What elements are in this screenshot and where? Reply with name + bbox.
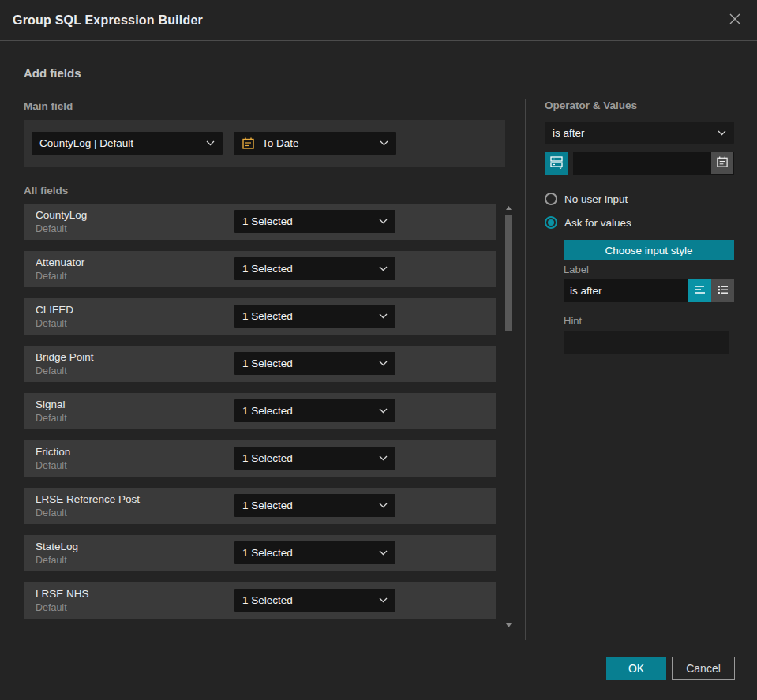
label-input-wrap bbox=[564, 279, 688, 302]
chevron-down-icon bbox=[379, 408, 388, 414]
list-scrollbar[interactable] bbox=[503, 204, 515, 630]
field-selected-dropdown[interactable]: 1 Selected bbox=[234, 447, 395, 470]
value-input-wrap bbox=[573, 152, 734, 175]
align-left-icon bbox=[694, 284, 706, 298]
field-row: Bridge Point Default 1 Selected bbox=[24, 346, 496, 382]
field-name: Attenuator bbox=[36, 256, 84, 268]
choose-input-style-button[interactable]: Choose input style bbox=[564, 240, 734, 260]
list-icon bbox=[717, 284, 729, 298]
all-fields-label: All fields bbox=[24, 185, 68, 197]
field-name: Signal bbox=[36, 399, 66, 410]
field-selected-dropdown[interactable]: 1 Selected bbox=[234, 494, 395, 517]
list-style-button[interactable] bbox=[711, 279, 734, 302]
scroll-up-icon[interactable] bbox=[505, 205, 512, 211]
field-row: CLIFED Default 1 Selected bbox=[24, 298, 496, 335]
stacked-rows-icon bbox=[549, 155, 564, 172]
cancel-button[interactable]: Cancel bbox=[672, 657, 735, 680]
chevron-down-icon bbox=[379, 313, 388, 319]
field-name: StateLog bbox=[36, 541, 78, 552]
close-button[interactable] bbox=[725, 11, 744, 30]
main-field-strip: CountyLog | Default To Date bbox=[24, 120, 505, 167]
radio-ask-for-values[interactable]: Ask for values bbox=[545, 216, 631, 229]
selected-count-label: 1 Selected bbox=[242, 215, 373, 227]
selected-count-label: 1 Selected bbox=[242, 263, 373, 275]
hint-input-wrap bbox=[564, 331, 729, 354]
chevron-down-icon bbox=[206, 140, 215, 146]
selected-count-label: 1 Selected bbox=[242, 357, 373, 369]
field-subtitle: Default bbox=[36, 365, 67, 376]
dialog-titlebar: Group SQL Expression Builder bbox=[0, 0, 757, 41]
field-subtitle: Default bbox=[36, 413, 67, 424]
field-name: Bridge Point bbox=[36, 351, 94, 363]
field-name: CLIFED bbox=[36, 304, 73, 316]
add-fields-heading: Add fields bbox=[24, 66, 81, 80]
field-row: Signal Default 1 Selected bbox=[24, 393, 496, 429]
chevron-down-icon bbox=[380, 140, 388, 146]
operator-dropdown[interactable]: is after bbox=[545, 122, 734, 144]
selected-count-label: 1 Selected bbox=[242, 594, 373, 606]
radio-no-user-input[interactable]: No user input bbox=[545, 193, 628, 205]
field-row: StateLog Default 1 Selected bbox=[24, 535, 496, 571]
field-selected-dropdown[interactable]: 1 Selected bbox=[234, 352, 395, 375]
field-subtitle: Default bbox=[36, 460, 67, 471]
chevron-down-icon bbox=[379, 503, 388, 508]
field-name: Friction bbox=[36, 446, 70, 458]
field-subtitle: Default bbox=[36, 602, 67, 613]
field-selected-dropdown[interactable]: 1 Selected bbox=[234, 541, 395, 564]
hint-field-label: Hint bbox=[564, 315, 582, 327]
field-row: LRSE Reference Post Default 1 Selected bbox=[24, 488, 496, 524]
selected-count-label: 1 Selected bbox=[242, 547, 373, 559]
ok-button[interactable]: OK bbox=[606, 657, 666, 680]
field-selected-dropdown[interactable]: 1 Selected bbox=[234, 210, 395, 233]
dialog-title: Group SQL Expression Builder bbox=[13, 13, 203, 28]
field-selected-dropdown[interactable]: 1 Selected bbox=[234, 399, 395, 422]
selected-count-label: 1 Selected bbox=[242, 310, 373, 322]
field-type-dropdown[interactable]: To Date bbox=[234, 132, 396, 155]
scroll-down-icon[interactable] bbox=[505, 623, 512, 628]
date-calendar-icon bbox=[242, 137, 255, 150]
chevron-down-icon bbox=[379, 455, 388, 461]
chevron-down-icon bbox=[379, 597, 388, 603]
radio-circle-icon bbox=[545, 193, 557, 205]
main-field-dropdown[interactable]: CountyLog | Default bbox=[32, 132, 223, 155]
main-field-label: Main field bbox=[24, 100, 73, 112]
radio-label: Ask for values bbox=[564, 217, 631, 229]
value-input[interactable] bbox=[573, 152, 734, 175]
value-input-row bbox=[545, 152, 734, 175]
field-row: Attenuator Default 1 Selected bbox=[24, 251, 496, 287]
selected-count-label: 1 Selected bbox=[242, 405, 373, 417]
main-field-dropdown-value: CountyLog | Default bbox=[39, 137, 200, 149]
selected-count-label: 1 Selected bbox=[242, 500, 373, 511]
chevron-down-icon bbox=[379, 219, 388, 224]
chevron-down-icon bbox=[379, 361, 388, 366]
close-icon bbox=[728, 12, 742, 29]
label-input[interactable] bbox=[564, 279, 688, 302]
input-type-toggle-button[interactable] bbox=[545, 152, 568, 175]
field-selected-dropdown[interactable]: 1 Selected bbox=[234, 305, 395, 328]
selected-count-label: 1 Selected bbox=[242, 452, 373, 464]
field-subtitle: Default bbox=[36, 271, 67, 282]
operator-dropdown-value: is after bbox=[553, 127, 711, 139]
chevron-down-icon bbox=[379, 550, 388, 556]
single-line-style-button[interactable] bbox=[688, 279, 711, 302]
radio-circle-checked-icon bbox=[545, 216, 557, 229]
panel-divider bbox=[525, 99, 526, 640]
scrollbar-thumb[interactable] bbox=[505, 215, 512, 331]
radio-label: No user input bbox=[564, 193, 628, 205]
date-picker-button[interactable] bbox=[711, 152, 733, 174]
label-field-label: Label bbox=[564, 264, 589, 275]
field-subtitle: Default bbox=[36, 318, 67, 329]
field-name: LRSE NHS bbox=[36, 588, 89, 600]
chevron-down-icon bbox=[379, 266, 388, 271]
calendar-icon bbox=[716, 155, 729, 171]
field-selected-dropdown[interactable]: 1 Selected bbox=[234, 589, 395, 612]
hint-input[interactable] bbox=[564, 331, 729, 354]
field-row: Friction Default 1 Selected bbox=[24, 440, 496, 477]
field-row: CountyLog Default 1 Selected bbox=[24, 204, 496, 240]
field-selected-dropdown[interactable]: 1 Selected bbox=[234, 257, 395, 280]
field-subtitle: Default bbox=[36, 555, 67, 566]
field-name: LRSE Reference Post bbox=[36, 493, 140, 505]
field-type-dropdown-value: To Date bbox=[262, 137, 373, 149]
operator-values-heading: Operator & Values bbox=[545, 99, 637, 111]
field-subtitle: Default bbox=[36, 223, 67, 234]
